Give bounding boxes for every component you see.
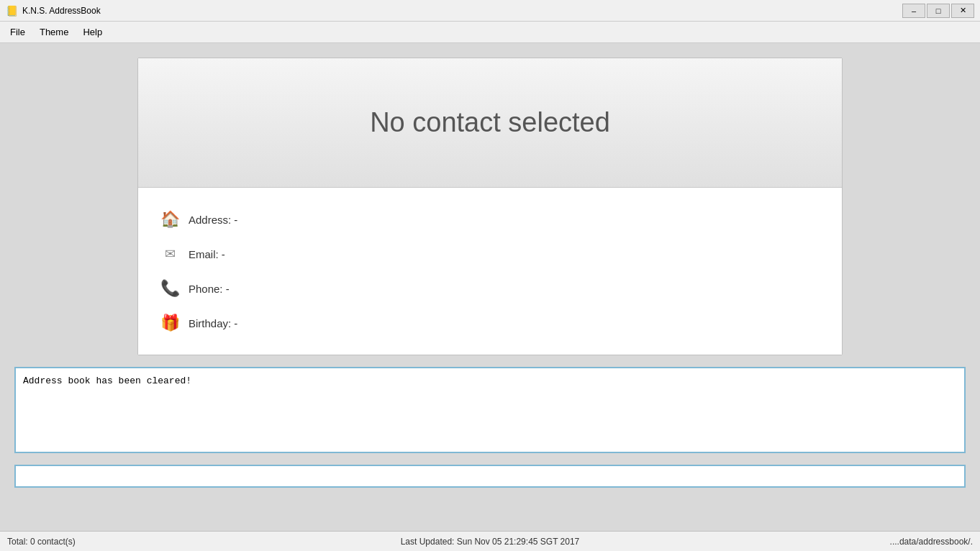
contact-card: No contact selected 🏠 Address: - ✉ Email… (137, 58, 843, 355)
close-button[interactable]: ✕ (951, 4, 974, 18)
phone-label: Phone: - (189, 283, 230, 295)
phone-row: 📞 Phone: - (160, 271, 820, 306)
contact-header: No contact selected (138, 58, 842, 188)
email-label: Email: - (189, 248, 225, 260)
email-icon: ✉ (160, 244, 180, 264)
status-bar: Total: 0 contact(s) Last Updated: Sun No… (0, 531, 980, 551)
address-icon: 🏠 (160, 209, 180, 229)
app-icon: 📒 (6, 5, 18, 17)
menu-help[interactable]: Help (76, 24, 109, 40)
no-contact-text: No contact selected (370, 107, 610, 138)
contact-details: 🏠 Address: - ✉ Email: - 📞 Phone: - 🎁 Bir… (138, 188, 842, 355)
input-area (14, 465, 966, 488)
log-area: Address book has been cleared! (14, 367, 966, 453)
main-content: No contact selected 🏠 Address: - ✉ Email… (0, 43, 980, 531)
status-path: ....data/addressbook/. (651, 537, 973, 547)
birthday-row: 🎁 Birthday: - (160, 306, 820, 340)
birthday-icon: 🎁 (160, 313, 180, 333)
address-label: Address: - (189, 214, 237, 226)
menu-bar: File Theme Help (0, 22, 980, 43)
log-content: Address book has been cleared! (23, 375, 191, 386)
menu-theme[interactable]: Theme (32, 24, 76, 40)
birthday-label: Birthday: - (189, 317, 237, 329)
maximize-button[interactable]: □ (927, 4, 950, 18)
title-bar-left: 📒 K.N.S. AddressBook (6, 5, 101, 17)
status-total: Total: 0 contact(s) (7, 537, 329, 547)
title-bar-controls: – □ ✕ (902, 4, 974, 18)
command-input[interactable] (16, 466, 964, 486)
phone-icon: 📞 (160, 278, 180, 299)
address-row: 🏠 Address: - (160, 202, 820, 237)
minimize-button[interactable]: – (902, 4, 925, 18)
menu-file[interactable]: File (3, 24, 32, 40)
app-title: K.N.S. AddressBook (22, 6, 101, 16)
status-last-updated: Last Updated: Sun Nov 05 21:29:45 SGT 20… (329, 537, 650, 547)
title-bar: 📒 K.N.S. AddressBook – □ ✕ (0, 0, 980, 22)
email-row: ✉ Email: - (160, 237, 820, 271)
